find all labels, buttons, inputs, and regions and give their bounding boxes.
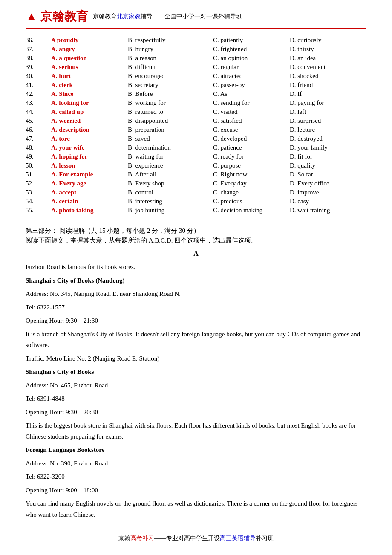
mcq-option-c: C. ready for	[213, 153, 290, 160]
mcq-row: 42.A. SinceB. BeforeC. AsD. If	[26, 90, 366, 98]
mcq-option-d: D. your family	[290, 144, 358, 151]
mcq-option-c: C. As	[213, 90, 290, 98]
mcq-option-a: A. For example	[51, 171, 128, 178]
mcq-row: 44.A. called upB. returned toC. visitedD…	[26, 108, 366, 116]
mcq-option-d: D. destroyed	[290, 135, 358, 142]
mcq-row: 40.A. hurtB. encouragedC. attractedD. sh…	[26, 72, 366, 80]
mcq-option-a: A. accept	[51, 189, 128, 196]
mcq-option-a: A. certain	[51, 198, 128, 205]
section-label-a: A	[26, 250, 366, 257]
footer-link1[interactable]: 高考补习	[130, 535, 154, 541]
mcq-option-c: C. developed	[213, 135, 290, 142]
store3-opening: Opening Hour: 9:00—18:00	[26, 485, 366, 496]
mcq-option-b: B. Before	[128, 90, 213, 98]
mcq-option-d: D. If	[290, 90, 358, 98]
mcq-num: 51.	[26, 171, 51, 178]
mcq-option-d: D. fit for	[290, 153, 358, 160]
mcq-option-b: B. difficult	[128, 64, 213, 71]
mcq-option-b: B. determination	[128, 144, 213, 151]
mcq-option-d: D. So far	[290, 171, 358, 178]
mcq-option-a: A. Since	[51, 90, 128, 98]
store3-address: Address: No. 390, Fuzhou Road	[26, 458, 366, 469]
mcq-row: 43.A. looking forB. working forC. sendin…	[26, 99, 366, 107]
section3-instruction: 阅读下面短文，掌握其大意，从每题所给的 A.B.C.D. 四个选项中，选出最佳选…	[26, 237, 366, 245]
section3-header: 第三部分： 阅读理解（共 15 小题，每小题 2 分，满分 30 分）	[26, 227, 366, 235]
mcq-option-a: A. description	[51, 126, 128, 133]
store1-traffic: Traffic: Metro Line No. 2 (Nanjing Road …	[26, 353, 366, 364]
mcq-option-a: A. your wife	[51, 144, 128, 151]
mcq-option-a: A. worried	[51, 117, 128, 124]
mcq-num: 47.	[26, 135, 51, 142]
mcq-row: 45.A. worriedB. disappointedC. satisfied…	[26, 117, 366, 124]
mcq-option-b: B. experience	[128, 162, 213, 169]
mcq-num: 43.	[26, 99, 51, 107]
mcq-option-a: A proudly	[51, 37, 128, 44]
mcq-option-b: B. returned to	[128, 108, 213, 116]
mcq-option-c: C. frightened	[213, 46, 290, 53]
footer-suffix: 补习班	[256, 535, 274, 541]
mcq-row: 37.A. angryB. hungryC. frightenedD. thir…	[26, 46, 366, 53]
mcq-option-b: B. waiting for	[128, 153, 213, 160]
mcq-option-d: D. paying for	[290, 99, 358, 107]
mcq-option-c: C. patiently	[213, 37, 290, 44]
mcq-num: 45.	[26, 117, 51, 124]
mcq-option-a: A. a question	[51, 55, 128, 62]
mcq-num: 44.	[26, 108, 51, 116]
header: ▲ 京翰教育 京翰教育北京家教辅导——全国中小学一对一课外辅导班	[26, 9, 366, 29]
tagline-middle: 辅导——全国中小学一对一课外辅导班	[141, 13, 242, 20]
mcq-row: 55.A. photo takingB. job huntingC. decis…	[26, 207, 366, 214]
mcq-num: 50.	[26, 162, 51, 169]
page: ▲ 京翰教育 京翰教育北京家教辅导——全国中小学一对一课外辅导班 36.A pr…	[0, 0, 392, 555]
store3-tel: Tel: 6322-3200	[26, 471, 366, 483]
mcq-option-d: D. Every office	[290, 180, 358, 187]
mcq-option-c: C. an opinion	[213, 55, 290, 62]
mcq-num: 39.	[26, 64, 51, 71]
mcq-option-c: C. Right now	[213, 171, 290, 178]
mcq-option-b: B. working for	[128, 99, 213, 107]
mcq-num: 48.	[26, 144, 51, 151]
logo: ▲ 京翰教育	[26, 9, 89, 25]
mcq-row: 46.A. descriptionB. preparationC. excuse…	[26, 126, 366, 133]
mcq-num: 41.	[26, 81, 51, 89]
store1-address: Address: No. 345, Nanjing Road. E. near …	[26, 289, 366, 300]
mcq-option-c: C. Every day	[213, 180, 290, 187]
mcq-num: 40.	[26, 72, 51, 80]
mcq-option-d: D. thirsty	[290, 46, 358, 53]
mcq-row: 49.A. hoping forB. waiting forC. ready f…	[26, 153, 366, 160]
store2-tel: Tel: 6391-4848	[26, 393, 366, 405]
mcq-option-c: C. satisfied	[213, 117, 290, 124]
logo-icon: ▲ 京翰教育	[26, 9, 89, 25]
header-tagline: 京翰教育北京家教辅导——全国中小学一对一课外辅导班	[93, 13, 242, 20]
mcq-option-b: B. Every shop	[128, 180, 213, 187]
mcq-option-c: C. regular	[213, 64, 290, 71]
mcq-option-a: A. angry	[51, 46, 128, 53]
mcq-row: 48.A. your wifeB. determinationC. patien…	[26, 144, 366, 151]
footer-link2[interactable]: 高三英语辅导	[220, 535, 256, 541]
mcq-option-c: C. decision making	[213, 207, 290, 214]
mcq-row: 41.A. clerkB. secretaryC. passer-byD. fr…	[26, 81, 366, 89]
mcq-section: 36.A proudlyB. respectfullyC. patientlyD…	[26, 37, 366, 216]
tagline-link1[interactable]: 北京家教	[117, 13, 141, 20]
mcq-option-a: A. Every age	[51, 180, 128, 187]
mcq-option-c: C. sending for	[213, 99, 290, 107]
store1-description: It is a branch of Shanghai's City of Boo…	[26, 329, 366, 351]
mcq-option-a: A. called up	[51, 108, 128, 116]
mcq-option-b: B. disappointed	[128, 117, 213, 124]
mcq-option-a: A. hoping for	[51, 153, 128, 160]
mcq-option-d: D. easy	[290, 198, 358, 205]
mcq-option-d: D. surprised	[290, 117, 358, 124]
mcq-option-d: D. friend	[290, 81, 358, 89]
mcq-option-b: B. hungry	[128, 46, 213, 53]
footer-middle: ——专业对高中学生开设	[154, 535, 220, 541]
mcq-option-b: B. a reason	[128, 55, 213, 62]
mcq-option-b: B. saved	[128, 135, 213, 142]
mcq-num: 38.	[26, 55, 51, 62]
store3-description: You can find many English novels on the …	[26, 498, 366, 520]
mcq-option-d: D. wait training	[290, 207, 358, 214]
mcq-option-b: B. job hunting	[128, 207, 213, 214]
mcq-option-a: A. tore	[51, 135, 128, 142]
mcq-num: 46.	[26, 126, 51, 133]
mcq-option-c: C. visited	[213, 108, 290, 116]
mcq-option-b: B. control	[128, 189, 213, 196]
mcq-option-c: C. excuse	[213, 126, 290, 133]
